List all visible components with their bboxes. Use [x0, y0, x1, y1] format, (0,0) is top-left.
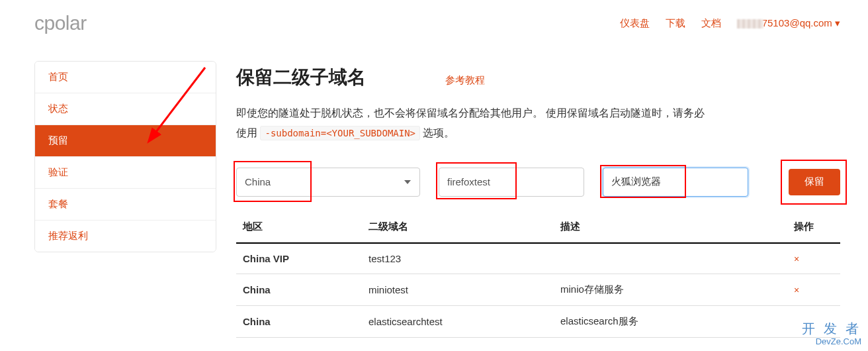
code-subdomain-flag: -subdomain=<YOUR_SUBDOMAIN> [260, 126, 420, 140]
top-bar: cpolar 仪表盘 下载 文档 75103@qq.com ▾ [0, 0, 868, 34]
top-nav: 仪表盘 下载 文档 75103@qq.com ▾ [620, 17, 840, 30]
email-obscured [737, 19, 763, 28]
chevron-down-icon: ▾ [835, 17, 840, 28]
nav-user-email[interactable]: 75103@qq.com ▾ [737, 17, 840, 29]
col-action: 操作 [787, 213, 840, 243]
reserve-button[interactable]: 保留 [789, 169, 840, 195]
page-description: 即使您的隧道处于脱机状态，也不会将保留域名分配给其他用户。 使用保留域名启动隧道… [236, 103, 713, 144]
delete-icon[interactable]: × [794, 254, 799, 264]
sidebar-item-status[interactable]: 状态 [35, 93, 216, 125]
page-title: 保留二级子域名 [236, 65, 366, 90]
delete-icon[interactable]: × [794, 285, 799, 295]
nav-docs[interactable]: 文档 [701, 17, 721, 30]
main-content: 保留二级子域名 参考教程 即使您的隧道处于脱机状态，也不会将保留域名分配给其他用… [236, 61, 840, 338]
sidebar-item-verify[interactable]: 验证 [35, 156, 216, 188]
sidebar-item-reserve[interactable]: 预留 [35, 125, 216, 156]
description-input[interactable] [603, 168, 748, 197]
col-subdomain: 二级域名 [362, 213, 554, 243]
brand-logo: cpolar [34, 12, 87, 34]
watermark: 开 发 者 DevZe.CoM [802, 321, 861, 347]
nav-dashboard[interactable]: 仪表盘 [620, 17, 650, 30]
reserved-table: 地区 二级域名 描述 操作 China VIP test123 × China [236, 213, 840, 338]
subdomain-input[interactable] [439, 168, 584, 197]
sidebar-item-plan[interactable]: 套餐 [35, 188, 216, 220]
table-row: China miniotest minio存储服务 × [236, 274, 840, 305]
sidebar: 首页 状态 预留 验证 套餐 推荐返利 [34, 61, 216, 252]
sidebar-item-home[interactable]: 首页 [35, 62, 216, 93]
sidebar-item-referral[interactable]: 推荐返利 [35, 220, 216, 252]
region-select[interactable]: China [236, 168, 420, 197]
nav-download[interactable]: 下载 [666, 17, 685, 30]
table-row: China elasticsearchtest elasticsearch服务 [236, 305, 840, 337]
col-region: 地区 [236, 213, 362, 243]
col-desc: 描述 [554, 213, 787, 243]
reference-tutorial-link[interactable]: 参考教程 [445, 74, 485, 87]
reserve-form: China 保留 [236, 168, 840, 197]
table-row: China VIP test123 × [236, 243, 840, 274]
